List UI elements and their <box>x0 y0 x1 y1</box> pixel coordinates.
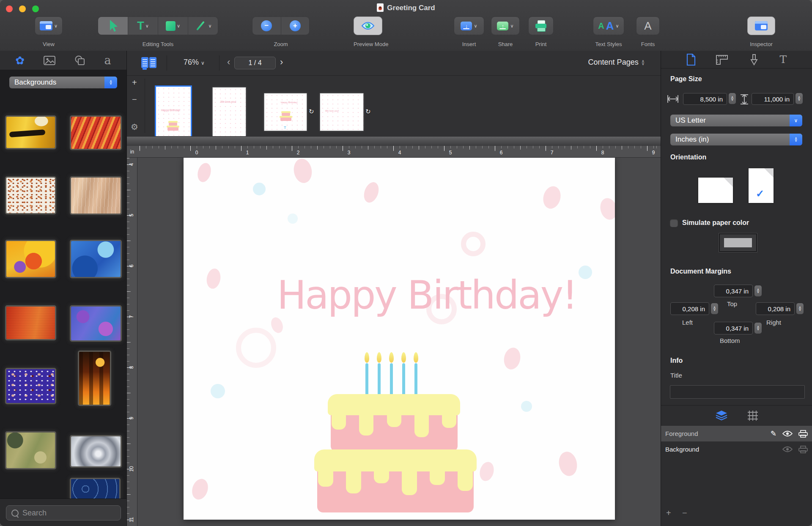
add-layer-button[interactable]: + <box>666 508 671 518</box>
background-thumbnail-fire-watercolor[interactable] <box>6 241 55 277</box>
background-thumbnail-crumpled-paper[interactable] <box>71 178 121 214</box>
background-thumbnail-gold-brush[interactable] <box>6 117 55 148</box>
background-thumbnail-terrazzo[interactable] <box>6 178 55 213</box>
background-thumbnail-red-grunge[interactable] <box>6 307 55 339</box>
margin-left-field[interactable]: 0,208 in <box>670 302 709 315</box>
margin-right-stepper[interactable]: ∧∨ <box>796 303 804 314</box>
page-thumbnail-3[interactable]: Happy Birthday!T <box>264 93 307 131</box>
text-styles-button[interactable]: AA ∨ <box>593 16 624 35</box>
ruler-tab-icon[interactable] <box>716 54 728 65</box>
view-icon <box>40 21 52 30</box>
decoration-pink-blob <box>598 196 615 222</box>
candle <box>365 363 368 398</box>
decoration-pink-ring <box>236 328 276 368</box>
landscape-orientation-button[interactable] <box>698 178 733 203</box>
layer-print-icon[interactable] <box>798 446 808 453</box>
background-thumbnail-satellite-green[interactable] <box>6 433 55 468</box>
card-title-text[interactable]: Happy Birthday! <box>277 273 548 318</box>
inspector-button[interactable] <box>747 16 775 35</box>
margin-left-stepper[interactable]: ∧∨ <box>711 303 718 314</box>
page-width-stepper[interactable]: ∧∨ <box>729 93 736 104</box>
background-thumbnail-indigo-speckle[interactable] <box>6 369 55 403</box>
document-tab-icon[interactable] <box>686 54 696 66</box>
background-thumbnail-blue-squiggle[interactable] <box>71 479 119 499</box>
paper-color-well[interactable] <box>719 233 757 252</box>
pages-dropdown[interactable]: Content Pages ∧∨ <box>588 58 645 67</box>
canvas-viewport: Happy Birthday! <box>137 158 661 526</box>
zoom-in-button[interactable]: + <box>281 17 310 35</box>
layer-print-icon[interactable] <box>798 430 808 438</box>
simulate-paper-color-checkbox[interactable] <box>670 219 678 227</box>
frosting-drip <box>442 413 456 428</box>
orientation-heading: Orientation <box>670 153 706 161</box>
margin-bottom-stepper[interactable]: ∧∨ <box>754 323 762 334</box>
decoration-pink-blob <box>189 477 211 502</box>
facing-pages-icon[interactable] <box>141 57 157 70</box>
search-input[interactable]: Search <box>6 505 121 521</box>
images-tab-icon[interactable] <box>44 56 55 65</box>
view-button[interactable]: ∨ <box>35 16 63 35</box>
view-group: ∨ View <box>35 16 63 35</box>
background-thumbnail-blue-watercolor[interactable] <box>71 241 121 277</box>
fonts-button[interactable]: A <box>636 16 660 35</box>
backgrounds-tab-icon[interactable]: ✿ <box>15 55 25 66</box>
document-page[interactable]: Happy Birthday! <box>184 158 615 520</box>
margin-top-stepper[interactable]: ∧∨ <box>754 285 762 296</box>
text-tool-button[interactable]: T ∨ <box>128 17 158 35</box>
line-tool-button[interactable]: ∨ <box>188 17 218 35</box>
background-thumbnail-furnace[interactable] <box>79 352 110 405</box>
title-input[interactable] <box>670 385 805 399</box>
share-button[interactable]: ↑ ∨ <box>491 16 520 35</box>
rotated-page-icon: ↻ <box>309 108 314 115</box>
layer-visibility-icon[interactable] <box>782 430 793 437</box>
preview-mode-button[interactable] <box>354 16 382 35</box>
text-tab-icon[interactable]: T <box>780 54 787 65</box>
page-height-stepper[interactable]: ∧∨ <box>796 93 803 104</box>
h-ruler-number: 5 <box>446 150 455 156</box>
page-thumbnail-1[interactable]: Happy Birthday! <box>156 87 191 137</box>
next-page-button[interactable]: › <box>280 58 283 67</box>
remove-layer-button[interactable]: − <box>682 508 687 518</box>
page-width-field[interactable]: 8,500 in <box>683 93 727 105</box>
category-select[interactable]: Backgrounds ∧∨ <box>9 77 117 88</box>
text-styles-icon: A <box>598 21 604 31</box>
background-thumbnail-purple-marble[interactable] <box>71 307 121 340</box>
layers-tab-icon[interactable] <box>715 410 728 421</box>
v-ruler-number: 6 <box>129 262 135 270</box>
margin-right-field[interactable]: 0,208 in <box>756 302 795 315</box>
insert-button[interactable]: ↓ ∨ <box>454 16 484 35</box>
chevron-down-icon: ∨ <box>510 24 513 28</box>
units-select[interactable]: Inches (in) ∧∨ <box>670 134 802 145</box>
zoom-level-control[interactable]: 76% ∨ <box>184 58 205 67</box>
portrait-orientation-button[interactable]: ✓ <box>749 168 774 203</box>
page-height-field[interactable]: 11,000 in <box>752 93 794 105</box>
v-ruler-number: 5 <box>129 211 135 219</box>
grid-tab-icon[interactable] <box>747 410 758 421</box>
print-button[interactable] <box>528 16 554 35</box>
select-chevrons-icon: ∧∨ <box>642 60 645 65</box>
horizontal-scrollbar[interactable] <box>127 136 661 146</box>
background-thumbnail-list <box>0 90 127 499</box>
layer-visibility-icon[interactable] <box>782 446 793 452</box>
background-thumbnail-silver-swirl[interactable] <box>71 436 121 466</box>
previous-page-button[interactable]: ‹ <box>227 58 230 67</box>
page-indicator[interactable]: 1 / 4 <box>234 57 276 69</box>
background-thumbnail-red-stripes[interactable] <box>71 117 121 149</box>
page-thumbnail-2[interactable]: We love you! <box>213 88 246 136</box>
letters-tab-icon[interactable]: a <box>104 55 111 66</box>
layer-row-background[interactable]: Background <box>661 441 812 457</box>
shapes-tab-icon[interactable] <box>74 55 85 66</box>
zoom-out-button[interactable]: − <box>252 17 281 35</box>
app-window: Greeting Card ∨ View T ∨ ∨ <box>0 0 812 526</box>
page-thumbnail-4[interactable]: We love you! <box>320 93 363 131</box>
h-ruler-number: 4 <box>395 150 404 156</box>
edit-layer-icon[interactable]: ✎ <box>771 429 776 438</box>
layer-row-foreground[interactable]: Foreground ✎ <box>661 426 812 441</box>
shape-tool-button[interactable]: ∨ <box>158 17 188 35</box>
brush-tab-icon[interactable] <box>749 54 760 66</box>
margin-bottom-field[interactable]: 0,347 in <box>714 322 753 334</box>
margin-top-field[interactable]: 0,347 in <box>714 285 753 297</box>
paper-preset-select[interactable]: US Letter ∨ <box>670 115 802 126</box>
search-icon <box>11 510 19 517</box>
select-tool-button[interactable] <box>98 17 128 35</box>
